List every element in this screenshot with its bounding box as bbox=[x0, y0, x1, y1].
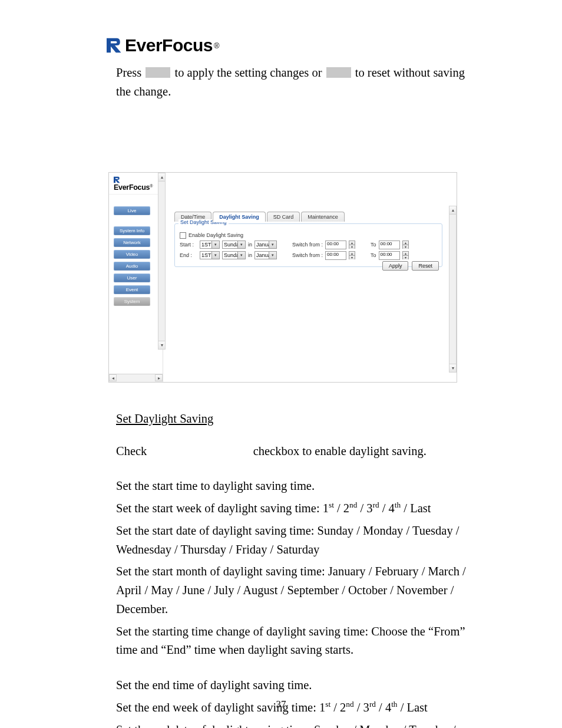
switch-from-label: Switch from : bbox=[292, 242, 323, 248]
screenshot-right-panel: Date/Time Daylight Saving SD Card Mainte… bbox=[163, 173, 457, 382]
to-label: To bbox=[371, 242, 376, 248]
body-p7: Set the end time of daylight saving time… bbox=[116, 676, 474, 695]
intro-text-1: Press bbox=[116, 66, 144, 79]
end-from-spinner[interactable]: ▴▾ bbox=[349, 251, 355, 259]
end-day-select[interactable]: Sunday▾ bbox=[222, 251, 246, 259]
reset-button[interactable]: Reset bbox=[412, 261, 439, 271]
everfocus-logo-icon bbox=[114, 176, 121, 183]
body-p3c: / 3 bbox=[357, 502, 372, 515]
sup-nd: nd bbox=[349, 500, 357, 509]
body-p2: Set the start time to daylight saving ti… bbox=[116, 477, 474, 496]
enable-daylight-checkbox[interactable] bbox=[180, 232, 186, 239]
sup-st: st bbox=[329, 500, 334, 509]
body-p3d: / 4 bbox=[379, 502, 395, 515]
in-label: in bbox=[248, 242, 252, 248]
daylight-saving-fieldset: Set Daylight Saving Enable Daylight Savi… bbox=[174, 223, 442, 267]
in-label: in bbox=[248, 252, 252, 258]
sidebar-item-network[interactable]: Network bbox=[114, 238, 150, 247]
screenshot-left-panel: EverFocus® Live System Info Network Vide… bbox=[109, 173, 163, 382]
start-from-spinner[interactable]: ▴▾ bbox=[349, 241, 355, 249]
sidebar-item-user[interactable]: User bbox=[114, 274, 150, 282]
body-p6: Set the starting time change of daylight… bbox=[116, 622, 474, 660]
section-heading: Set Daylight Saving bbox=[116, 412, 474, 426]
spinner-up-icon: ▴ bbox=[403, 241, 408, 245]
body-p9: Set the end date of daylight saving time… bbox=[116, 721, 474, 728]
scroll-up-icon[interactable]: ▴ bbox=[449, 206, 456, 215]
start-to-time[interactable]: 00:00 bbox=[379, 241, 400, 249]
reset-button-placeholder bbox=[326, 67, 351, 78]
chevron-down-icon: ▾ bbox=[269, 241, 276, 248]
hscroll-track[interactable] bbox=[117, 374, 155, 382]
sup-th: th bbox=[395, 500, 401, 509]
start-week-value: 1ST bbox=[201, 242, 211, 248]
end-row: End : 1ST▾ Sunday▾ in January▾ Switch fr… bbox=[180, 251, 437, 260]
to-label: To bbox=[371, 252, 376, 258]
spinner-down-icon: ▾ bbox=[349, 256, 355, 259]
start-day-select[interactable]: Sunday▾ bbox=[222, 241, 246, 249]
body-p3: Set the start week of daylight saving ti… bbox=[116, 499, 474, 518]
screenshot-brand-reg: ® bbox=[150, 184, 153, 188]
tab-sd-card[interactable]: SD Card bbox=[267, 212, 300, 222]
spinner-down-icon: ▾ bbox=[403, 245, 408, 249]
end-to-time[interactable]: 00:00 bbox=[379, 251, 400, 260]
end-week-select[interactable]: 1ST▾ bbox=[200, 251, 220, 259]
start-from-time[interactable]: 00:00 bbox=[325, 241, 346, 249]
screenshot-brand-name: EverFocus bbox=[114, 183, 150, 192]
start-to-spinner[interactable]: ▴▾ bbox=[402, 241, 409, 249]
content-scrollbar[interactable]: ▴ ▾ bbox=[449, 206, 457, 373]
switch-from-label: Switch from : bbox=[292, 252, 323, 258]
spinner-up-icon: ▴ bbox=[403, 252, 408, 256]
tab-maintenance[interactable]: Maintenance bbox=[301, 212, 345, 222]
sidebar-item-system[interactable]: System bbox=[114, 297, 150, 306]
spinner-down-icon: ▾ bbox=[349, 245, 355, 249]
start-week-select[interactable]: 1ST▾ bbox=[200, 241, 220, 249]
body-p3a: Set the start week of daylight saving ti… bbox=[116, 502, 329, 515]
chevron-down-icon: ▾ bbox=[269, 252, 276, 259]
sup-rd: rd bbox=[373, 500, 379, 509]
start-row: Start : 1ST▾ Sunday▾ in January▾ Switch … bbox=[180, 241, 437, 249]
end-month-select[interactable]: January▾ bbox=[254, 251, 277, 259]
spinner-down-icon: ▾ bbox=[403, 256, 408, 259]
end-week-value: 1ST bbox=[201, 252, 211, 258]
apply-button-placeholder bbox=[146, 67, 170, 78]
sidebar-item-audio[interactable]: Audio bbox=[114, 262, 150, 271]
chevron-down-icon: ▾ bbox=[237, 241, 245, 248]
intro-paragraph: Press to apply the setting changes or to… bbox=[116, 64, 474, 101]
end-label: End : bbox=[180, 252, 197, 258]
sidebar-item-event[interactable]: Event bbox=[114, 285, 150, 294]
brand-registered: ® bbox=[214, 41, 220, 50]
body-p3b: / 2 bbox=[334, 502, 349, 515]
chevron-down-icon: ▾ bbox=[211, 241, 219, 248]
enable-daylight-label: Enable Daylight Saving bbox=[189, 232, 243, 238]
apply-button[interactable]: Apply bbox=[382, 261, 409, 271]
end-from-time[interactable]: 00:00 bbox=[325, 251, 346, 260]
body-p1: Check checkbox to enable daylight saving… bbox=[116, 442, 474, 461]
sidebar-hscrollbar[interactable]: ◂ ▸ bbox=[109, 374, 163, 382]
sidebar-item-live[interactable]: Live bbox=[114, 206, 150, 215]
screenshot-brand: EverFocus® bbox=[109, 173, 163, 195]
chevron-down-icon: ▾ bbox=[237, 252, 245, 259]
sidebar-nav: Live System Info Network Video Audio Use… bbox=[109, 203, 160, 371]
spinner-up-icon: ▴ bbox=[349, 252, 355, 256]
body-p1b: checkbox to enable daylight saving. bbox=[250, 444, 427, 457]
sidebar-item-video[interactable]: Video bbox=[114, 250, 150, 259]
action-buttons: Apply Reset bbox=[382, 261, 439, 271]
scroll-right-icon[interactable]: ▸ bbox=[155, 374, 163, 381]
embedded-screenshot: EverFocus® Live System Info Network Vide… bbox=[108, 172, 457, 383]
scroll-left-icon[interactable]: ◂ bbox=[109, 374, 117, 381]
brand-logo: EverFocus ® bbox=[106, 35, 474, 55]
body-p1a: Check bbox=[116, 444, 150, 457]
scroll-down-icon[interactable]: ▾ bbox=[449, 364, 456, 372]
body-p4: Set the start date of daylight saving ti… bbox=[116, 522, 474, 559]
intro-text-2: to apply the setting changes or bbox=[171, 66, 325, 79]
brand-name: EverFocus bbox=[125, 35, 213, 55]
end-to-spinner[interactable]: ▴▾ bbox=[402, 251, 409, 259]
sidebar-item-system-info[interactable]: System Info bbox=[114, 226, 150, 235]
start-month-select[interactable]: January▾ bbox=[254, 241, 277, 249]
chevron-down-icon: ▾ bbox=[211, 252, 219, 259]
spinner-up-icon: ▴ bbox=[349, 241, 355, 245]
tab-daylight-saving[interactable]: Daylight Saving bbox=[213, 212, 266, 222]
body-p5: Set the start month of daylight saving t… bbox=[116, 562, 474, 618]
body-p3e: / Last bbox=[401, 502, 431, 515]
everfocus-logo-icon bbox=[106, 37, 124, 54]
